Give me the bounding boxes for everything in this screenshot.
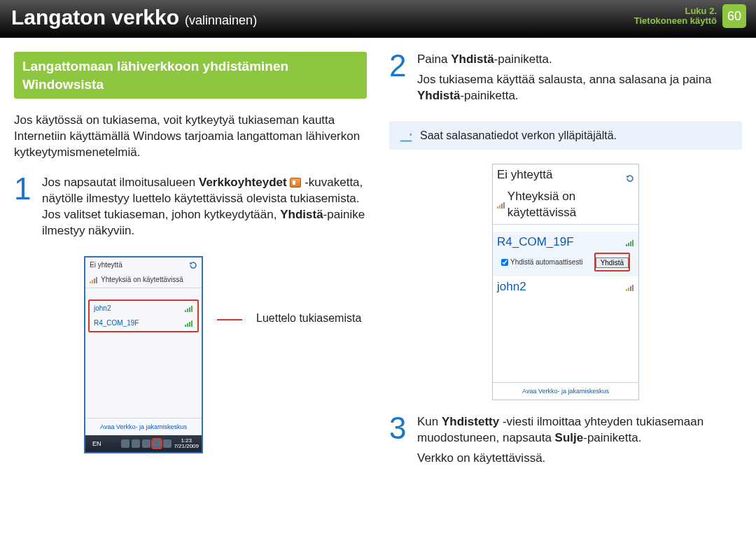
mock2-ap-john2: john2	[493, 276, 638, 298]
mock2-footer-link: Avaa Verkko- ja jakamiskeskus	[493, 382, 638, 400]
signal-bars-icon	[90, 276, 98, 283]
step1-frag-a: Jos napsautat ilmoitusalueen	[42, 176, 199, 189]
left-column: Langattomaan lähiverkkoon yhdistäminen W…	[14, 52, 367, 484]
signal-bars-icon	[497, 202, 505, 209]
s3-line2: Verkko on käytettävissä.	[417, 451, 742, 467]
auto-connect-checkbox[interactable]: Yhdistä automaattisesti	[501, 258, 582, 267]
network-tray-icon	[290, 178, 301, 188]
s2-bold-1: Yhdistä	[451, 52, 493, 66]
mock2-ap1-label: john2	[497, 279, 526, 295]
s3-frag-e: -painiketta.	[583, 431, 641, 444]
step-1: 1 Jos napsautat ilmoitusalueen Verkkoyht…	[14, 175, 367, 244]
s2-bold-2: Yhdistä	[417, 89, 460, 102]
intro-paragraph: Jos käytössä on tukiasema, voit kytkeyty…	[14, 113, 367, 161]
mock2-ap2-label: R4_COM_19F	[497, 234, 574, 251]
mock1-no-connection-text: Ei yhteyttä	[90, 260, 122, 270]
note-icon	[399, 129, 413, 143]
info-note: Saat salasanatiedot verkon ylläpitäjältä…	[389, 121, 742, 150]
mock2-no-connection-row: Ei yhteyttä	[493, 164, 638, 186]
auto-connect-label: Yhdistä automaattisesti	[510, 258, 582, 267]
mock1-footer-link: Avaa Verkko- ja jakamiskeskus	[85, 418, 202, 435]
step-3-text: Kun Yhdistetty -viesti ilmoittaa yhteyde…	[417, 414, 742, 471]
mock1-ap-list-highlight: john2 R4_COM_19F	[88, 299, 199, 332]
mock2-no-connection-text: Ei yhteyttä	[497, 167, 552, 183]
taskbar-clock: 1:23 7/21/2009	[174, 438, 199, 449]
tray-icon	[142, 439, 150, 448]
mock1-no-connection-row: Ei yhteyttä	[85, 258, 202, 273]
tray-icon	[121, 439, 130, 448]
mock2-available-row: Yhteyksiä on käytettävissä	[493, 186, 638, 224]
s2-frag-2c: -painiketta.	[460, 89, 518, 102]
callout-line	[217, 319, 242, 320]
chapter-line-1: Luku 2.	[634, 6, 717, 16]
section-heading: Langattomaan lähiverkkoon yhdistäminen W…	[14, 52, 367, 99]
taskbar-lang: EN	[92, 439, 102, 448]
refresh-icon	[626, 171, 634, 180]
s2-frag-2a: Jos tukiasema käyttää salausta, anna sal…	[417, 73, 712, 86]
s3-bold-yhdistetty: Yhdistetty	[442, 415, 499, 428]
s3-frag-a: Kun	[417, 415, 442, 428]
signal-weak-icon	[626, 284, 634, 291]
tray-network-icon-highlighted	[153, 439, 161, 448]
mock1-ap-r4com: R4_COM_19F	[90, 316, 197, 331]
right-column: 2 Paina Yhdistä-painiketta. Jos tukiasem…	[389, 52, 742, 484]
s2-frag-a: Paina	[417, 52, 451, 66]
step-1-text: Jos napsautat ilmoitusalueen Verkkoyhtey…	[42, 175, 367, 244]
s2-frag-c: -painiketta.	[494, 52, 552, 66]
network-flyout-mock-2: Ei yhteyttä Yhteyksiä on käytettävissä R…	[492, 164, 639, 400]
header-right: Luku 2. Tietokoneen käyttö 60	[634, 4, 746, 28]
connect-button-highlight: Yhdistä	[594, 253, 630, 271]
step1-bold-yhdista: Yhdistä	[280, 208, 323, 221]
page-number-badge: 60	[722, 4, 746, 28]
auto-connect-input[interactable]	[501, 259, 508, 266]
mock1-wrapper: Ei yhteyttä Yhteyksiä on käytettävissä j…	[84, 256, 367, 453]
mock2-available-text: Yhteyksiä on käytettävissä	[507, 189, 634, 221]
chapter-line-2: Tietokoneen käyttö	[634, 16, 717, 26]
signal-strong-icon	[185, 320, 193, 327]
page-header: Langaton verkko (valinnainen) Luku 2. Ti…	[0, 0, 756, 38]
step-3: 3 Kun Yhdistetty -viesti ilmoittaa yhtey…	[389, 414, 742, 471]
step-1-number: 1	[14, 175, 42, 203]
step-2: 2 Paina Yhdistä-painiketta. Jos tukiasem…	[389, 52, 742, 108]
content: Langattomaan lähiverkkoon yhdistäminen W…	[0, 38, 756, 484]
info-note-text: Saat salasanatiedot verkon ylläpitäjältä…	[420, 128, 617, 143]
step-2-text: Paina Yhdistä-painiketta. Jos tukiasema …	[417, 52, 742, 108]
mock2-selected-ap: R4_COM_19F Yhdistä automaattisesti Yhdis…	[493, 232, 638, 276]
mock1-ap1-label: john2	[94, 304, 111, 313]
tray-icon	[163, 439, 172, 448]
page-subtitle: (valinnainen)	[185, 13, 257, 28]
network-flyout-mock-1: Ei yhteyttä Yhteyksiä on käytettävissä j…	[84, 256, 203, 453]
mock1-ap-john2: john2	[90, 301, 197, 316]
step-3-number: 3	[389, 414, 417, 442]
mock1-taskbar: EN 1:23 7/21/2009	[85, 435, 202, 452]
mock1-ap2-label: R4_COM_19F	[94, 318, 139, 328]
s3-bold-sulje: Sulje	[555, 431, 584, 444]
connect-button[interactable]: Yhdistä	[596, 258, 629, 268]
page-title: Langaton verkko	[11, 6, 179, 29]
chapter-label: Luku 2. Tietokoneen käyttö	[634, 6, 717, 27]
taskbar-date: 7/21/2009	[174, 444, 199, 449]
refresh-icon	[189, 261, 197, 269]
signal-strong-icon	[626, 239, 634, 246]
signal-strong-icon	[185, 305, 193, 312]
callout-label: Luettelo tukiasemista	[256, 311, 361, 326]
mock1-available-text: Yhteyksiä on käytettävissä	[101, 275, 183, 285]
mock1-available-row: Yhteyksiä on käytettävissä	[85, 272, 202, 288]
step1-bold-verkkoyhteydet: Verkkoyhteydet	[199, 176, 287, 189]
step-2-number: 2	[389, 52, 417, 80]
tray-icon	[132, 439, 140, 448]
